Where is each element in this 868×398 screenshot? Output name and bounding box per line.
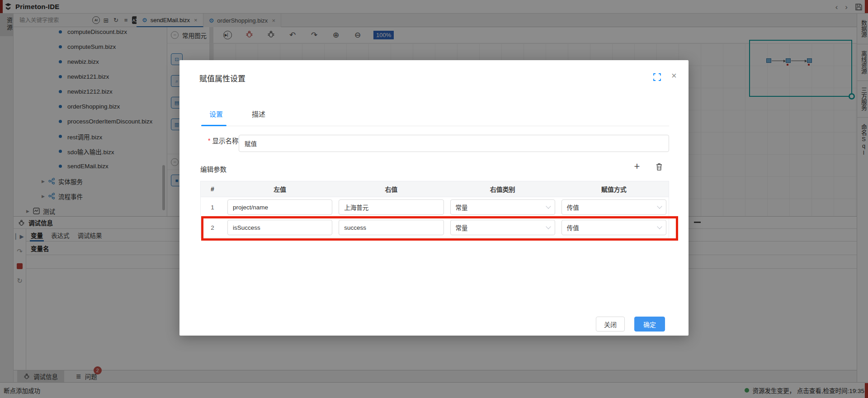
row-index: 2	[201, 224, 224, 231]
delete-row-icon[interactable]	[655, 162, 663, 171]
param-row-1: 1 project/name 上海普元 常量 传值	[201, 197, 669, 218]
active-tab-indicator	[201, 125, 226, 126]
display-name-input[interactable]	[239, 135, 669, 152]
col-header-assign-method: 赋值方式	[558, 185, 670, 194]
col-header-left-value: 左值	[224, 185, 335, 194]
display-name-label: 显示名称	[212, 136, 238, 145]
table-header-row: # 左值 右值 右值类别 赋值方式	[201, 181, 669, 197]
tab-divider	[201, 126, 669, 126]
add-row-icon[interactable]: +	[631, 161, 643, 172]
assignment-properties-dialog: 赋值属性设置 × 设置 描述 * 显示名称 编辑参数 + # 左值 右值 右值类	[179, 60, 689, 336]
assign-method-select[interactable]: 传值	[561, 220, 666, 235]
param-row-2: 2 isSuccess success 常量 传值	[201, 218, 669, 238]
dialog-tab-description[interactable]: 描述	[252, 109, 265, 118]
close-button[interactable]: 关闭	[596, 317, 625, 332]
row-index: 1	[201, 204, 224, 211]
right-value-type-select[interactable]: 常量	[450, 199, 555, 215]
fullscreen-icon[interactable]	[653, 73, 661, 81]
ok-button[interactable]: 确定	[634, 317, 665, 332]
dialog-tab-settings[interactable]: 设置	[209, 109, 223, 118]
assign-method-select[interactable]: 传值	[561, 199, 666, 215]
left-value-input[interactable]: project/name	[227, 199, 332, 215]
dialog-tabs: 设置 描述	[209, 109, 265, 118]
display-name-row: * 显示名称	[208, 136, 238, 145]
primeton-ide-app: Primeton-IDE ‹ › 资源 AI ⊞ ↻ ≡ A文 comput	[0, 0, 868, 398]
right-value-type-select[interactable]: 常量	[450, 220, 555, 235]
left-value-input[interactable]: isSuccess	[227, 220, 332, 235]
dialog-title: 赋值属性设置	[199, 72, 245, 84]
col-header-right-value-type: 右值类别	[447, 185, 558, 194]
edit-params-label: 编辑参数	[200, 164, 226, 174]
col-header-right-value: 右值	[335, 185, 447, 194]
required-mark: *	[208, 137, 210, 144]
right-value-input[interactable]: 上海普元	[339, 199, 443, 215]
edit-params-table: # 左值 右值 右值类别 赋值方式 1 project/name 上海普元 常量…	[200, 181, 669, 238]
right-value-input[interactable]: success	[339, 220, 443, 235]
col-header-index: #	[201, 185, 224, 193]
close-dialog-icon[interactable]: ×	[671, 71, 677, 81]
